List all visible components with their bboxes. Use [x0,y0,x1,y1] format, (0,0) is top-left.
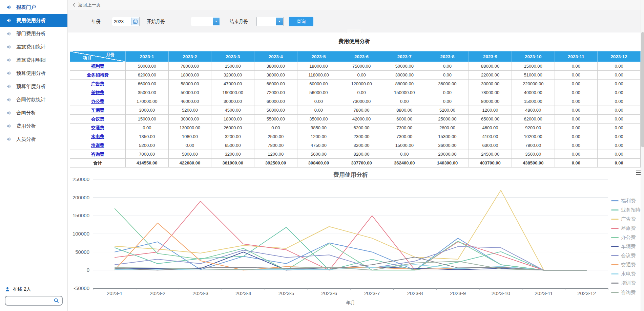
row-label-link[interactable]: 水电费 [91,134,104,139]
value-cell: 0.00 [555,150,598,159]
value-cell: 1200.00 [254,150,297,159]
value-cell: 7000.00 [126,150,169,159]
sidebar-item-7[interactable]: 合同付款统计 [0,93,67,106]
sidebar-item-2[interactable]: 部门费用分析 [0,27,67,40]
sidebar-item-label: 人员分析 [16,136,36,142]
value-cell: 1350.00 [126,132,169,141]
start-month-select[interactable]: ▼ [191,17,220,26]
sidebar-item-5[interactable]: 预算使用分析 [0,67,67,80]
value-cell: 0.00 [340,71,383,80]
legend-item[interactable]: 水电费 [611,271,636,277]
column-header: 2023-1 [126,51,169,62]
row-label-link[interactable]: 会议费 [91,116,104,121]
sidebar-item-6[interactable]: 预算年度分析 [0,80,67,93]
value-cell: 15000.00 [126,115,169,124]
x-tick-label: 2023-3 [184,290,217,296]
sidebar-item-8[interactable]: 合同分析 [0,106,67,119]
value-cell: 35000.00 [126,88,169,97]
table-header-row: 月份项目2023-12023-22023-32023-42023-52023-6… [70,51,641,62]
value-cell: 5800.00 [168,150,211,159]
filter-bar: 年份 开始月份 ▼ 结束月份 ▼ 查 [68,10,641,32]
value-cell: 58000.00 [168,80,211,88]
legend-label: 车辆费 [621,243,636,250]
value-cell: 0.00 [555,97,598,106]
total-value-cell: 140300.00 [426,159,469,168]
value-cell: 0.00 [598,132,641,141]
value-cell: 55000.00 [254,115,297,124]
online-text: 在线 2人 [13,286,31,292]
table-row: 差旅费35000.0050000.00190000.0072000.005600… [70,88,641,97]
x-tick-label: 2023-4 [226,290,260,296]
value-cell: 78000.00 [168,62,211,71]
x-tick-label: 2023-10 [484,290,518,296]
value-cell: 4500.00 [211,106,254,115]
sidebar-item-label: 差旅费用统计 [16,44,46,50]
sidebar-search-input[interactable] [8,297,52,305]
value-cell: 46000.00 [168,97,211,106]
value-cell: 38000.00 [254,71,297,80]
row-label-link[interactable]: 咨询费 [91,152,104,157]
y-tick-label: 200000 [68,195,89,200]
legend-item[interactable]: 会议费 [611,252,636,259]
calendar-button[interactable] [131,18,139,25]
legend-item[interactable]: 交通费 [611,262,636,268]
value-cell: 78000.00 [469,88,512,97]
total-value-cell: 403700.00 [469,159,512,168]
legend-item[interactable]: 办公费 [611,234,636,241]
back-bar[interactable]: 返回上一页 [68,0,641,10]
legend-item[interactable]: 业务招待费 [611,206,644,213]
value-cell: 6500.00 [211,141,254,150]
row-label-link[interactable]: 差旅费 [91,90,104,95]
legend-item[interactable]: 咨询费 [611,289,636,296]
scrollbar-thumb[interactable] [641,32,644,147]
row-label-link[interactable]: 培训费 [91,143,104,148]
legend-item[interactable]: 车辆费 [611,243,636,250]
year-input[interactable] [114,18,132,25]
row-label-link[interactable]: 车辆费 [91,108,104,113]
sidebar-item-3[interactable]: 差旅费用统计 [0,40,67,53]
value-cell: 0.00 [126,124,169,132]
value-cell: 120000.00 [340,80,383,88]
end-month-select[interactable]: ▼ [256,17,284,26]
query-button[interactable]: 查询 [289,17,313,26]
row-label-link[interactable]: 办公费 [91,99,104,104]
sidebar-item-9[interactable]: 费用分析 [0,119,67,133]
sidebar-item-0[interactable]: 报表门户 [0,1,67,14]
sidebar-item-10[interactable]: 人员分析 [0,133,67,146]
y-tick-label: 150000 [68,213,89,218]
legend-marker [611,228,619,229]
y-tick-label: 250000 [68,176,89,182]
column-header: 2023-11 [555,51,598,62]
x-tick-label: 2023-6 [312,290,346,296]
value-cell: 0.00 [555,124,598,132]
legend-item[interactable]: 福利费 [611,197,636,204]
value-cell: 170000.00 [126,97,169,106]
total-value-cell: 337700.00 [340,159,383,168]
value-cell: 0.00 [598,80,641,88]
value-cell: 0.00 [426,97,469,106]
row-label-link[interactable]: 福利费 [91,64,104,69]
row-label-link[interactable]: 业务招待费 [87,72,109,77]
expense-chart: 费用使用分析 年月 250000200000150000100000500000… [68,166,641,311]
back-link-label[interactable]: 返回上一页 [78,2,101,8]
value-cell: 60000.00 [297,80,340,88]
legend-item[interactable]: 培训费 [611,280,636,287]
legend-label: 会议费 [621,252,636,259]
sidebar-item-4[interactable]: 差旅费用明细 [0,53,67,67]
row-label-link[interactable]: 广告费 [91,81,104,86]
value-cell: 65000.00 [469,115,512,124]
row-label-link[interactable]: 交通费 [91,125,104,130]
legend-item[interactable]: 差旅费 [611,225,636,231]
value-cell: 56000.00 [297,88,340,97]
legend-marker [611,237,619,238]
value-cell: 5600.00 [297,150,340,159]
value-cell: 10200.00 [512,132,555,141]
y-tick-label: 100000 [68,231,89,237]
table-row: 交通费0.00130000.0026000.000.009850.006200.… [70,124,641,132]
sidebar-item-1[interactable]: 费用使用分析 [0,14,67,27]
sidebar-item-label: 费用分析 [16,123,36,129]
search-icon[interactable] [54,298,59,304]
collapse-handle[interactable]: ˆ [346,29,362,32]
legend-item[interactable]: 广告费 [611,216,636,222]
value-cell: 0.00 [598,88,641,97]
